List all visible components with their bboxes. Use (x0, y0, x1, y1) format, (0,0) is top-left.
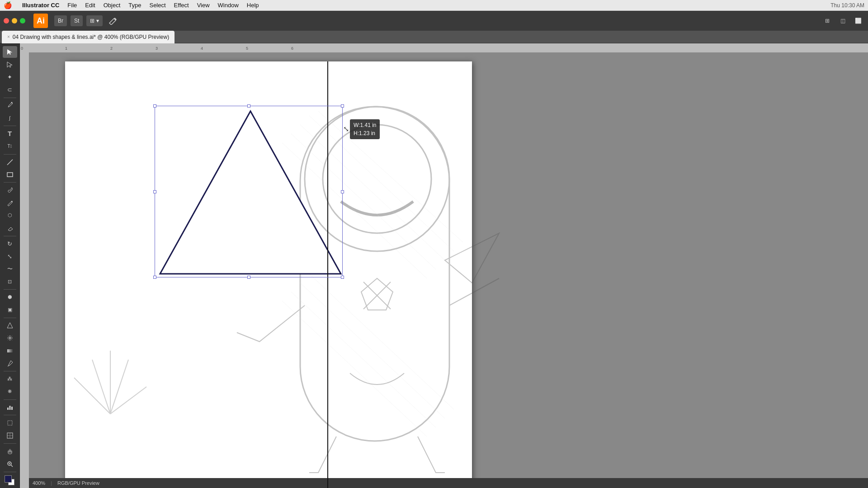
paintbrush-tool[interactable] (3, 184, 17, 196)
type-icon: T (8, 130, 12, 137)
fullscreen-button[interactable] (20, 18, 25, 23)
slice-icon (6, 432, 14, 439)
ai-logo: Ai (33, 14, 48, 28)
system-tray-icon2[interactable]: ◫ (836, 14, 849, 27)
pencil-tool[interactable] (3, 197, 17, 209)
active-tab[interactable]: × 04 Drawing with shapes & lines.ai* @ 4… (2, 31, 175, 43)
warp-tool[interactable]: 〜 (3, 263, 17, 275)
foreground-color[interactable] (5, 475, 12, 483)
tab-close-icon[interactable]: × (7, 34, 10, 39)
workspace-icon: ⊞ ▾ (90, 18, 99, 24)
svg-rect-7 (7, 349, 13, 352)
graph-tool[interactable] (3, 401, 17, 413)
direct-selection-tool[interactable] (3, 59, 17, 70)
hand-tool[interactable] (3, 446, 17, 457)
ruler-horizontal: 0 1 2 3 4 5 6 (20, 43, 868, 52)
tool-separator-6 (4, 289, 16, 290)
menu-effect[interactable]: Effect (174, 2, 189, 9)
live-paint-icon: ▣ (8, 307, 12, 313)
menubar: 🍎 Illustrator CC File Edit Object Type S… (0, 0, 868, 11)
svg-text:6: 6 (291, 46, 293, 51)
menu-type[interactable]: Type (128, 2, 141, 9)
mesh-tool[interactable] (3, 332, 17, 344)
magic-wand-tool[interactable]: ✦ (3, 71, 17, 83)
selection-tool[interactable] (3, 46, 17, 58)
ruler-marks: 0 1 2 3 4 5 6 (20, 43, 868, 52)
blend-tool[interactable]: ⁂ (3, 373, 17, 385)
stock-button[interactable]: St (71, 15, 83, 26)
graph-icon (6, 404, 14, 411)
svg-line-8 (8, 366, 8, 366)
rectangle-icon (6, 171, 14, 178)
svg-text:2: 2 (110, 46, 113, 51)
eyedropper-tool[interactable] (3, 357, 17, 369)
curvature-tool[interactable]: ∫ (3, 112, 17, 124)
bridge-button[interactable]: Br (54, 15, 67, 26)
close-button[interactable] (4, 18, 9, 23)
menu-object[interactable]: Object (104, 2, 121, 9)
menu-file[interactable]: File (67, 2, 77, 9)
touch-type-icon: T⃟ (8, 144, 12, 149)
rotate-icon: ↻ (7, 240, 12, 247)
menu-select[interactable]: Select (149, 2, 165, 9)
slice-tool[interactable] (3, 430, 17, 441)
minimize-button[interactable] (12, 18, 17, 23)
stock-icon: St (74, 18, 79, 24)
zoom-icon (6, 460, 14, 468)
color-swatches[interactable] (3, 474, 17, 485)
pen-tool-icon[interactable] (106, 14, 119, 27)
svg-text:0: 0 (21, 46, 23, 51)
tabbar: × 04 Drawing with shapes & lines.ai* @ 4… (0, 31, 868, 43)
svg-line-1 (7, 160, 13, 165)
shape-builder-tool[interactable]: ⬢ (3, 291, 17, 303)
tool-separator-8 (4, 371, 16, 371)
svg-text:5: 5 (246, 46, 248, 51)
gradient-icon (6, 347, 14, 354)
canvas-area[interactable]: 0 1 2 3 4 5 6 (20, 43, 868, 488)
shaper-tool[interactable]: ⬡ (3, 210, 17, 221)
zoom-level: 400% (33, 480, 45, 486)
workspace-button[interactable]: ⊞ ▾ (86, 15, 102, 26)
plant-sketch (65, 324, 156, 423)
menu-window[interactable]: Window (218, 2, 239, 9)
direct-selection-icon (6, 61, 14, 68)
line-tool[interactable] (3, 156, 17, 168)
menu-edit[interactable]: Edit (85, 2, 95, 9)
pencil-edit-icon (108, 17, 117, 25)
perspective-tool[interactable] (3, 320, 17, 332)
status-divider-1: | (51, 480, 52, 486)
artboard-tool[interactable] (3, 417, 17, 429)
scale-icon: ⤡ (7, 253, 12, 260)
menu-help[interactable]: Help (247, 2, 259, 9)
zoom-tool[interactable] (3, 458, 17, 470)
menu-view[interactable]: View (197, 2, 210, 9)
tool-separator-5 (4, 236, 16, 236)
app-name[interactable]: Illustrator CC (22, 2, 59, 9)
live-paint-tool[interactable]: ▣ (3, 304, 17, 316)
rectangle-tool[interactable] (3, 169, 17, 180)
pen-tool[interactable] (3, 99, 17, 111)
gradient-tool[interactable] (3, 345, 17, 357)
free-transform-tool[interactable]: ⊡ (3, 276, 17, 287)
tool-separator-2 (4, 126, 16, 126)
paintbrush-icon (6, 187, 14, 194)
type-tool[interactable]: T (3, 128, 17, 140)
apple-menu[interactable]: 🍎 (4, 1, 12, 9)
rotate-tool[interactable]: ↻ (3, 238, 17, 250)
svg-rect-2 (7, 173, 13, 177)
system-tray-icon1[interactable]: ⊞ (821, 14, 834, 27)
svg-text:1: 1 (65, 46, 67, 51)
hand-icon (6, 448, 14, 455)
system-clock: Thu 10:30 AM (830, 2, 864, 9)
svg-marker-32 (361, 278, 393, 310)
lasso-tool[interactable]: ⊂ (3, 84, 17, 96)
symbol-tool[interactable]: ❋ (3, 386, 17, 398)
eyedropper-icon (6, 360, 14, 367)
touch-type-tool[interactable]: T⃟ (3, 141, 17, 152)
svg-line-41 (309, 274, 454, 409)
eraser-tool[interactable] (3, 222, 17, 234)
triangle-shape[interactable] (156, 107, 345, 278)
scale-tool[interactable]: ⤡ (3, 250, 17, 262)
system-tray-icon3[interactable]: ⬜ (852, 14, 864, 27)
triangle-polygon[interactable] (160, 111, 341, 274)
